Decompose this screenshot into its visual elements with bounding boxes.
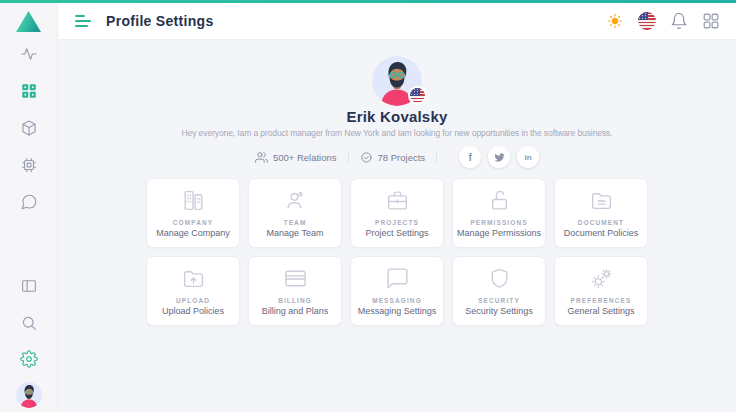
main-content: Erik Kovalsky Hey everyone, Iam a produc… bbox=[58, 40, 736, 412]
relations-stat: 500+ Relations bbox=[255, 151, 337, 164]
card-category: TEAM bbox=[284, 219, 307, 226]
sidebar-item-activity[interactable] bbox=[20, 45, 38, 63]
header-actions bbox=[605, 12, 720, 31]
check-circle-icon bbox=[360, 151, 373, 164]
chip-icon bbox=[20, 156, 38, 174]
chat-bubble-icon bbox=[20, 193, 38, 211]
card-billing-plans[interactable]: BILLING Billing and Plans bbox=[248, 256, 342, 326]
page-title: Profile Settings bbox=[106, 13, 213, 29]
divider bbox=[436, 151, 437, 164]
brand-logo[interactable] bbox=[16, 11, 41, 32]
card-document-policies[interactable]: DOCUMENT Document Policies bbox=[554, 178, 648, 248]
card-action-link[interactable]: Manage Permissions bbox=[457, 228, 541, 238]
card-manage-team[interactable]: TEAM Manage Team bbox=[248, 178, 342, 248]
card-manage-company[interactable]: COMPANY Manage Company bbox=[146, 178, 240, 248]
social-links: f in bbox=[459, 146, 539, 168]
sun-icon bbox=[606, 12, 624, 30]
card-action-link[interactable]: Upload Policies bbox=[162, 306, 224, 316]
card-upload-policies[interactable]: UPLOAD Upload Policies bbox=[146, 256, 240, 326]
card-action-link[interactable]: General Settings bbox=[567, 306, 634, 316]
card-category: DOCUMENT bbox=[578, 219, 624, 226]
header: Profile Settings bbox=[58, 3, 736, 40]
projects-stat-label: 78 Projects bbox=[378, 152, 426, 163]
us-flag-icon bbox=[638, 12, 656, 30]
card-action-link[interactable]: Messaging Settings bbox=[358, 306, 437, 316]
card-action-link[interactable]: Manage Company bbox=[156, 228, 230, 238]
projects-stat: 78 Projects bbox=[360, 151, 426, 164]
facebook-icon: f bbox=[468, 152, 471, 163]
sidebar-item-dashboard[interactable] bbox=[20, 82, 38, 100]
profile-name: Erik Kovalsky bbox=[58, 108, 736, 125]
apps-grid-icon bbox=[702, 12, 720, 30]
card-general-settings[interactable]: PREFERENCES General Settings bbox=[554, 256, 648, 326]
profile-avatar bbox=[372, 56, 422, 106]
activity-icon bbox=[20, 45, 38, 63]
panel-icon bbox=[20, 277, 38, 295]
twitter-button[interactable] bbox=[488, 146, 510, 168]
unlock-icon bbox=[487, 188, 512, 213]
sidebar-item-search[interactable] bbox=[20, 314, 38, 332]
search-icon bbox=[20, 314, 38, 332]
sidebar-item-settings[interactable] bbox=[20, 350, 38, 368]
card-action-link[interactable]: Manage Team bbox=[267, 228, 324, 238]
app-window: Profile Settings Erik Kovalsky Hey every… bbox=[0, 0, 736, 412]
gears-icon bbox=[589, 266, 614, 291]
facebook-button[interactable]: f bbox=[459, 146, 481, 168]
sidebar-item-packages[interactable] bbox=[20, 119, 38, 137]
sidebar bbox=[0, 3, 58, 412]
team-icon bbox=[283, 188, 308, 213]
profile-bio: Hey everyone, Iam a product manager from… bbox=[58, 128, 736, 138]
card-category: COMPANY bbox=[173, 219, 213, 226]
package-icon bbox=[20, 119, 38, 137]
settings-card-grid: COMPANY Manage Company TEAM Manage Team … bbox=[146, 178, 648, 326]
user-avatar-image bbox=[16, 382, 42, 408]
language-selector[interactable] bbox=[637, 12, 656, 31]
card-category: UPLOAD bbox=[176, 297, 210, 304]
card-category: BILLING bbox=[278, 297, 312, 304]
sidebar-item-system[interactable] bbox=[20, 156, 38, 174]
card-category: PREFERENCES bbox=[571, 297, 632, 304]
upload-folder-icon bbox=[181, 266, 206, 291]
bell-icon bbox=[670, 12, 688, 30]
gear-icon bbox=[20, 350, 38, 368]
notifications-button[interactable] bbox=[669, 12, 688, 31]
card-project-settings[interactable]: PROJECTS Project Settings bbox=[350, 178, 444, 248]
card-action-link[interactable]: Security Settings bbox=[465, 306, 533, 316]
card-category: MESSAGING bbox=[372, 297, 422, 304]
sidebar-item-messages[interactable] bbox=[20, 193, 38, 211]
card-action-link[interactable]: Document Policies bbox=[564, 228, 639, 238]
users-icon bbox=[255, 151, 268, 164]
sidebar-user-avatar[interactable] bbox=[16, 382, 42, 408]
briefcase-icon bbox=[385, 188, 410, 213]
twitter-icon bbox=[494, 152, 505, 163]
building-icon bbox=[181, 188, 206, 213]
profile-stats-row: 500+ Relations 78 Projects f in bbox=[58, 146, 736, 168]
card-security-settings[interactable]: SECURITY Security Settings bbox=[452, 256, 546, 326]
message-square-icon bbox=[385, 266, 410, 291]
linkedin-icon: in bbox=[525, 153, 532, 162]
card-category: PERMISSIONS bbox=[470, 219, 527, 226]
profile-country-flag-icon bbox=[408, 86, 427, 105]
card-category: SECURITY bbox=[478, 297, 520, 304]
card-action-link[interactable]: Billing and Plans bbox=[262, 306, 329, 316]
sidebar-item-layout[interactable] bbox=[20, 277, 38, 295]
card-category: PROJECTS bbox=[375, 219, 419, 226]
relations-stat-label: 500+ Relations bbox=[273, 152, 337, 163]
document-folder-icon bbox=[589, 188, 614, 213]
dashboard-grid-icon bbox=[20, 82, 38, 100]
theme-toggle-button[interactable] bbox=[605, 12, 624, 31]
card-manage-permissions[interactable]: PERMISSIONS Manage Permissions bbox=[452, 178, 546, 248]
divider bbox=[348, 151, 349, 164]
credit-card-icon bbox=[283, 266, 308, 291]
card-action-link[interactable]: Project Settings bbox=[365, 228, 428, 238]
menu-toggle-button[interactable] bbox=[75, 15, 91, 27]
shield-icon bbox=[487, 266, 512, 291]
apps-menu-button[interactable] bbox=[701, 12, 720, 31]
card-messaging-settings[interactable]: MESSAGING Messaging Settings bbox=[350, 256, 444, 326]
linkedin-button[interactable]: in bbox=[517, 146, 539, 168]
